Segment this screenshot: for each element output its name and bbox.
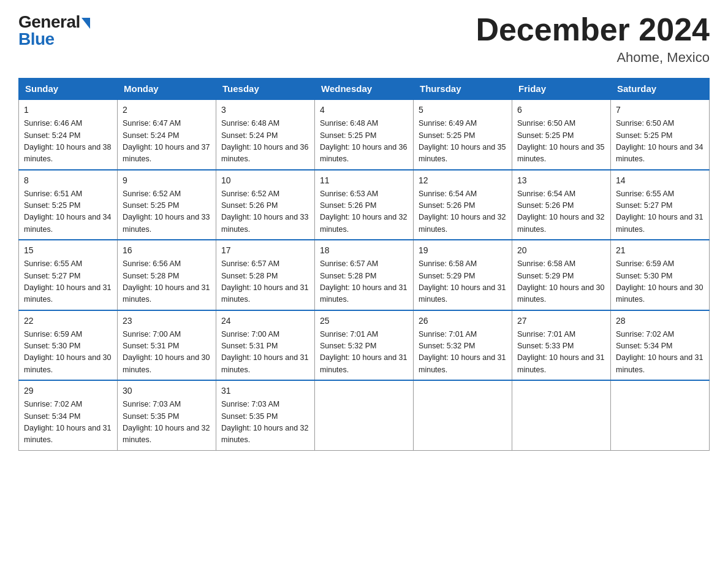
day-info: Sunrise: 7:00 AMSunset: 5:31 PMDaylight:…	[221, 330, 308, 374]
column-header-monday: Monday	[118, 79, 216, 100]
day-info: Sunrise: 7:00 AMSunset: 5:31 PMDaylight:…	[123, 330, 210, 374]
calendar-cell	[414, 380, 512, 450]
column-header-wednesday: Wednesday	[315, 79, 414, 100]
day-info: Sunrise: 6:55 AMSunset: 5:27 PMDaylight:…	[616, 190, 703, 234]
day-info: Sunrise: 6:59 AMSunset: 5:30 PMDaylight:…	[616, 259, 703, 304]
day-number: 6	[517, 104, 605, 117]
calendar-table: SundayMondayTuesdayWednesdayThursdayFrid…	[18, 78, 710, 451]
day-info: Sunrise: 6:50 AMSunset: 5:25 PMDaylight:…	[517, 119, 604, 163]
day-info: Sunrise: 7:01 AMSunset: 5:32 PMDaylight:…	[320, 330, 407, 374]
calendar-cell: 17Sunrise: 6:57 AMSunset: 5:28 PMDayligh…	[216, 240, 315, 310]
day-info: Sunrise: 6:55 AMSunset: 5:27 PMDaylight:…	[24, 259, 111, 304]
day-number: 3	[221, 104, 309, 117]
calendar-cell: 4Sunrise: 6:48 AMSunset: 5:25 PMDaylight…	[315, 99, 414, 170]
day-number: 28	[616, 315, 704, 327]
day-number: 20	[517, 244, 605, 257]
calendar-cell: 6Sunrise: 6:50 AMSunset: 5:25 PMDaylight…	[512, 99, 611, 170]
day-number: 11	[320, 174, 408, 187]
day-number: 13	[517, 174, 605, 187]
day-info: Sunrise: 6:52 AMSunset: 5:25 PMDaylight:…	[123, 190, 210, 234]
calendar-cell: 8Sunrise: 6:51 AMSunset: 5:25 PMDaylight…	[19, 170, 118, 240]
calendar-cell	[611, 380, 710, 450]
day-number: 26	[419, 315, 507, 327]
day-info: Sunrise: 7:03 AMSunset: 5:35 PMDaylight:…	[123, 400, 210, 444]
day-number: 5	[419, 104, 507, 117]
logo: General Blue	[18, 12, 90, 49]
day-number: 31	[221, 385, 309, 397]
calendar-header-row: SundayMondayTuesdayWednesdayThursdayFrid…	[19, 79, 710, 100]
day-number: 8	[24, 174, 112, 187]
day-info: Sunrise: 6:47 AMSunset: 5:24 PMDaylight:…	[123, 119, 210, 163]
day-info: Sunrise: 6:58 AMSunset: 5:29 PMDaylight:…	[517, 259, 604, 304]
page-header: General Blue December 2024 Ahome, Mexico	[18, 12, 710, 66]
day-number: 27	[517, 315, 605, 327]
day-info: Sunrise: 6:56 AMSunset: 5:28 PMDaylight:…	[123, 259, 210, 304]
day-number: 15	[24, 244, 112, 257]
calendar-cell: 25Sunrise: 7:01 AMSunset: 5:32 PMDayligh…	[315, 310, 414, 381]
day-info: Sunrise: 6:53 AMSunset: 5:26 PMDaylight:…	[320, 190, 407, 234]
calendar-cell: 1Sunrise: 6:46 AMSunset: 5:24 PMDaylight…	[19, 99, 118, 170]
day-info: Sunrise: 6:57 AMSunset: 5:28 PMDaylight:…	[320, 259, 407, 304]
day-number: 7	[616, 104, 704, 117]
column-header-sunday: Sunday	[19, 79, 118, 100]
day-number: 2	[123, 104, 211, 117]
day-number: 29	[24, 385, 112, 397]
day-info: Sunrise: 6:48 AMSunset: 5:24 PMDaylight:…	[221, 119, 308, 163]
calendar-cell: 21Sunrise: 6:59 AMSunset: 5:30 PMDayligh…	[611, 240, 710, 310]
day-info: Sunrise: 7:03 AMSunset: 5:35 PMDaylight:…	[221, 400, 308, 444]
calendar-cell: 3Sunrise: 6:48 AMSunset: 5:24 PMDaylight…	[216, 99, 315, 170]
day-info: Sunrise: 6:48 AMSunset: 5:25 PMDaylight:…	[320, 119, 407, 163]
calendar-cell: 23Sunrise: 7:00 AMSunset: 5:31 PMDayligh…	[118, 310, 216, 381]
day-info: Sunrise: 6:57 AMSunset: 5:28 PMDaylight:…	[221, 259, 308, 304]
calendar-cell: 9Sunrise: 6:52 AMSunset: 5:25 PMDaylight…	[118, 170, 216, 240]
day-info: Sunrise: 6:52 AMSunset: 5:26 PMDaylight:…	[221, 190, 308, 234]
calendar-cell: 29Sunrise: 7:02 AMSunset: 5:34 PMDayligh…	[19, 380, 118, 450]
calendar-week-row: 29Sunrise: 7:02 AMSunset: 5:34 PMDayligh…	[19, 380, 710, 450]
calendar-week-row: 8Sunrise: 6:51 AMSunset: 5:25 PMDaylight…	[19, 170, 710, 240]
day-number: 18	[320, 244, 408, 257]
calendar-cell: 14Sunrise: 6:55 AMSunset: 5:27 PMDayligh…	[611, 170, 710, 240]
day-number: 10	[221, 174, 309, 187]
calendar-cell: 2Sunrise: 6:47 AMSunset: 5:24 PMDaylight…	[118, 99, 216, 170]
day-info: Sunrise: 7:02 AMSunset: 5:34 PMDaylight:…	[24, 400, 111, 444]
day-number: 23	[123, 315, 211, 327]
day-number: 12	[419, 174, 507, 187]
calendar-cell: 18Sunrise: 6:57 AMSunset: 5:28 PMDayligh…	[315, 240, 414, 310]
logo-arrow-icon	[82, 18, 90, 29]
calendar-cell: 7Sunrise: 6:50 AMSunset: 5:25 PMDaylight…	[611, 99, 710, 170]
column-header-thursday: Thursday	[414, 79, 512, 100]
location-text: Ahome, Mexico	[476, 50, 710, 66]
calendar-cell: 13Sunrise: 6:54 AMSunset: 5:26 PMDayligh…	[512, 170, 611, 240]
day-info: Sunrise: 6:58 AMSunset: 5:29 PMDaylight:…	[419, 259, 506, 304]
calendar-cell: 11Sunrise: 6:53 AMSunset: 5:26 PMDayligh…	[315, 170, 414, 240]
calendar-cell: 27Sunrise: 7:01 AMSunset: 5:33 PMDayligh…	[512, 310, 611, 381]
day-info: Sunrise: 6:51 AMSunset: 5:25 PMDaylight:…	[24, 190, 111, 234]
column-header-friday: Friday	[512, 79, 611, 100]
calendar-cell: 28Sunrise: 7:02 AMSunset: 5:34 PMDayligh…	[611, 310, 710, 381]
calendar-cell	[512, 380, 611, 450]
day-number: 14	[616, 174, 704, 187]
calendar-week-row: 1Sunrise: 6:46 AMSunset: 5:24 PMDaylight…	[19, 99, 710, 170]
calendar-cell: 22Sunrise: 6:59 AMSunset: 5:30 PMDayligh…	[19, 310, 118, 381]
day-number: 19	[419, 244, 507, 257]
day-number: 25	[320, 315, 408, 327]
calendar-week-row: 15Sunrise: 6:55 AMSunset: 5:27 PMDayligh…	[19, 240, 710, 310]
calendar-cell: 19Sunrise: 6:58 AMSunset: 5:29 PMDayligh…	[414, 240, 512, 310]
calendar-cell: 15Sunrise: 6:55 AMSunset: 5:27 PMDayligh…	[19, 240, 118, 310]
day-number: 4	[320, 104, 408, 117]
calendar-cell: 26Sunrise: 7:01 AMSunset: 5:32 PMDayligh…	[414, 310, 512, 381]
logo-blue-text: Blue	[18, 29, 55, 49]
day-info: Sunrise: 7:01 AMSunset: 5:32 PMDaylight:…	[419, 330, 506, 374]
day-info: Sunrise: 6:49 AMSunset: 5:25 PMDaylight:…	[419, 119, 506, 163]
day-info: Sunrise: 6:50 AMSunset: 5:25 PMDaylight:…	[616, 119, 703, 163]
month-title: December 2024	[476, 12, 710, 47]
calendar-cell: 31Sunrise: 7:03 AMSunset: 5:35 PMDayligh…	[216, 380, 315, 450]
calendar-cell: 5Sunrise: 6:49 AMSunset: 5:25 PMDaylight…	[414, 99, 512, 170]
day-info: Sunrise: 6:54 AMSunset: 5:26 PMDaylight:…	[517, 190, 604, 234]
calendar-cell: 20Sunrise: 6:58 AMSunset: 5:29 PMDayligh…	[512, 240, 611, 310]
day-info: Sunrise: 6:54 AMSunset: 5:26 PMDaylight:…	[419, 190, 506, 234]
column-header-tuesday: Tuesday	[216, 79, 315, 100]
day-number: 17	[221, 244, 309, 257]
calendar-cell	[315, 380, 414, 450]
calendar-week-row: 22Sunrise: 6:59 AMSunset: 5:30 PMDayligh…	[19, 310, 710, 381]
